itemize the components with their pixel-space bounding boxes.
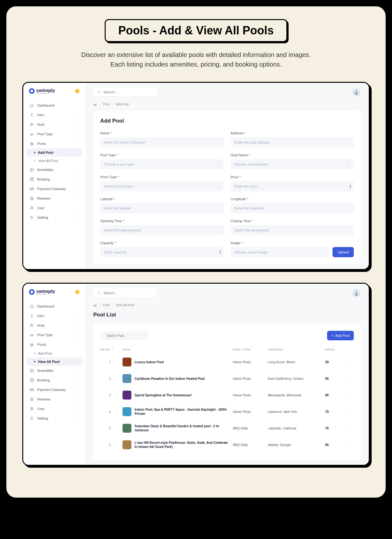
table-row[interactable]: 2 Caribbean Paradise In Our Indoor Heate… — [100, 370, 354, 387]
breadcrumb-pool[interactable]: Pool — [103, 103, 109, 106]
sidebar-item-pool-type[interactable]: Pool Type ⌄ — [26, 129, 82, 139]
sidebar-item-amentities[interactable]: Amentities ⌄ — [26, 165, 82, 174]
table-row[interactable]: 4 Indoor Pool, Spa & PARTY Space - Sun/r… — [100, 403, 354, 420]
more-icon[interactable]: ⋮ — [347, 409, 354, 414]
image-select[interactable]: Choose a pool image — [231, 247, 330, 257]
sidebar-item-pool-type[interactable]: Pool Type ⌄ — [26, 330, 82, 340]
sidebar-item-label: User — [37, 206, 45, 210]
page-title: Pools - Add & View All Pools — [118, 24, 274, 37]
sidebar-item-pools[interactable]: Pools ⌃ — [26, 139, 82, 148]
pool-address: Lafayette, California — [268, 427, 322, 430]
pool-type: Indoor Pools — [233, 394, 265, 397]
more-icon[interactable]: ⋮ — [347, 359, 354, 365]
pool-thumbnail — [122, 374, 131, 383]
sidebar-item-host[interactable]: Host ⌄ — [26, 321, 82, 330]
pool-type: Indoor Pools — [233, 410, 265, 414]
more-icon[interactable]: ⋮ — [347, 393, 354, 398]
sidebar-item-pools[interactable]: Pools ⌃ — [26, 340, 82, 349]
dashboard-icon — [30, 304, 34, 309]
longitude-input[interactable] — [231, 203, 354, 213]
sidebar-item-user[interactable]: User ⌄ — [26, 404, 82, 414]
breadcrumb-pool[interactable]: Pool — [103, 303, 109, 307]
sidebar-sub-view-all-pool[interactable]: View All Pool — [26, 157, 82, 165]
table-row[interactable]: 5 Suburban Oasis & Beautiful Garden & he… — [100, 420, 354, 436]
intro-icon — [30, 314, 34, 318]
sidebar-item-intro[interactable]: Intro ⌄ — [26, 110, 82, 120]
upload-button[interactable]: Upload — [332, 247, 354, 257]
coin-icon — [75, 89, 80, 93]
search-input[interactable] — [93, 288, 157, 297]
page-subtitle: Discover an extensive list of available … — [22, 50, 370, 69]
number-stepper-icon[interactable]: ▴▾ — [350, 184, 351, 188]
sidebar-item-payment-gateway[interactable]: Payment Gateway ⌄ — [26, 184, 82, 194]
sidebar-sub-add-pool[interactable]: Add Pool — [26, 349, 82, 358]
sidebar: swimply Reotx Pool Dashboard Intro ⌄ Hos… — [23, 83, 85, 269]
breadcrumb-view: View All Pool — [116, 303, 134, 307]
address-input[interactable] — [231, 137, 354, 147]
sidebar-item-reviews[interactable]: Reviews ⌄ — [26, 194, 82, 203]
table-row[interactable]: 1 Luxury Indoor Pool Indoor Pools Long G… — [100, 354, 354, 370]
search-input[interactable] — [93, 88, 157, 96]
sidebar-item-amentities[interactable]: Amentities ⌄ — [26, 366, 82, 375]
chevron-down-icon: ⌄ — [347, 163, 350, 166]
sidebar-item-booking[interactable]: Booking ⌄ — [26, 174, 82, 184]
price-input[interactable] — [231, 181, 354, 191]
chevron-down-icon: ⌄ — [76, 369, 79, 372]
sidebar-item-dashboard[interactable]: Dashboard — [26, 101, 82, 110]
latitude-input[interactable] — [100, 203, 224, 213]
sidebar-item-host[interactable]: Host ⌄ — [26, 120, 82, 129]
sidebar-item-reviews[interactable]: Reviews ⌄ — [26, 394, 82, 404]
svg-point-1 — [31, 123, 32, 124]
sidebar-sub-view-all-pool[interactable]: View All Pool — [26, 358, 82, 366]
pool-type-select[interactable]: Choose a pool type⌄ — [100, 159, 224, 169]
chevron-down-icon: ⌄ — [76, 407, 79, 410]
sidebar-item-label: Pools — [37, 343, 46, 346]
chevron-down-icon: ⌄ — [76, 187, 79, 190]
table-row[interactable]: 6 L'eau Hill Resort-style Poolhouse: Swi… — [100, 436, 354, 453]
sidebar-item-setting[interactable]: Setting ⌄ — [26, 414, 82, 423]
logo-icon — [29, 88, 35, 94]
pool-icon — [93, 303, 97, 307]
sidebar-item-setting[interactable]: Setting ⌄ — [26, 213, 82, 222]
avatar[interactable]: 👔 — [352, 288, 361, 297]
setting-icon — [30, 416, 34, 421]
more-icon[interactable]: ⋮ — [347, 426, 354, 431]
chevron-down-icon: ⌄ — [217, 185, 220, 188]
sidebar-item-label: Pool Type — [37, 132, 53, 136]
number-stepper-icon[interactable]: ▴▾ — [220, 250, 221, 254]
opening-select[interactable]: Select the opening time — [100, 225, 224, 235]
logo[interactable]: swimply Reotx Pool — [26, 88, 82, 101]
sidebar-item-dashboard[interactable]: Dashboard — [26, 301, 82, 311]
svg-point-10 — [31, 314, 32, 316]
sidebar-item-user[interactable]: User ⌄ — [26, 203, 82, 213]
user-icon — [30, 206, 34, 210]
pool-search-input[interactable] — [100, 331, 148, 340]
chevron-down-icon: ⌄ — [76, 324, 79, 327]
sort-icon[interactable]: ⌃ — [111, 348, 114, 351]
sidebar-item-payment-gateway[interactable]: Payment Gateway ⌄ — [26, 385, 82, 394]
row-sr: 2 — [100, 377, 119, 380]
name-input[interactable] — [100, 137, 224, 147]
chevron-down-icon: ⌄ — [76, 216, 79, 219]
row-sr: 4 — [100, 410, 119, 414]
sidebar-item-intro[interactable]: Intro ⌄ — [26, 311, 82, 321]
sidebar-item-booking[interactable]: Booking ⌄ — [26, 375, 82, 385]
table-row[interactable]: 3 Spend Springtime at The Swimhouse! Ind… — [100, 387, 354, 403]
add-pool-button[interactable]: + Add Pool — [327, 331, 354, 340]
chevron-down-icon: ⌄ — [76, 197, 79, 200]
logo[interactable]: swimply Reotx Pool — [26, 288, 82, 301]
pool-type: Indoor Pools — [233, 360, 265, 364]
more-icon[interactable]: ⋮ — [347, 442, 354, 447]
reviews-icon — [30, 196, 34, 201]
avatar[interactable]: 👔 — [352, 88, 361, 96]
closing-select[interactable]: Select the closing time — [231, 225, 354, 235]
pool-address: Atlanta, Georgia — [268, 443, 322, 447]
svg-rect-4 — [30, 178, 33, 181]
more-icon[interactable]: ⋮ — [347, 376, 354, 381]
host-name-select[interactable]: Choose a Host Name⌄ — [231, 159, 354, 169]
sidebar-sub-add-pool[interactable]: Add Pool — [26, 148, 82, 157]
sidebar-item-label: Payment Gateway — [37, 187, 66, 191]
payment-gateway-icon — [30, 187, 34, 191]
capacity-input[interactable] — [100, 247, 224, 257]
price-type-select[interactable]: Select pricing type⌄ — [100, 181, 224, 191]
